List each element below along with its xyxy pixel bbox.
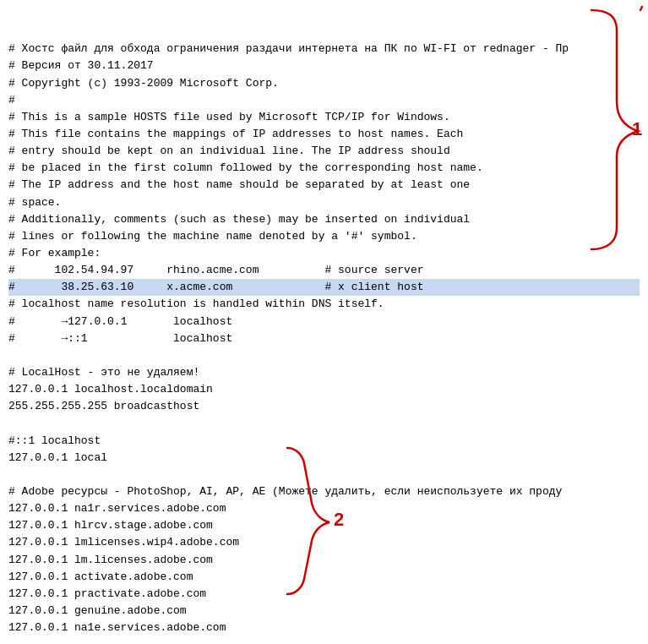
line-23: [8, 415, 640, 432]
line-20: # LocalHost - это не удаляем!: [8, 364, 640, 381]
line-26: [8, 467, 640, 483]
line-13: # For example:: [8, 245, 640, 262]
line-6: # This file contains the mappings of IP …: [8, 126, 640, 143]
line-24: #::1 localhost: [8, 433, 640, 450]
line-32: 127.0.0.1 activate.adobe.com: [8, 569, 640, 586]
line-33: 127.0.0.1 practivate.adobe.com: [8, 586, 640, 603]
line-31: 127.0.0.1 lm.licenses.adobe.com: [8, 552, 640, 569]
line-10: # space.: [8, 194, 640, 211]
hosts-file-content: # Хостс файл для обхода ограничения разд…: [0, 0, 648, 644]
line-15: # 38.25.63.10 x.acme.com # x client host: [8, 279, 640, 296]
line-21: 127.0.0.1 localhost.localdomain: [8, 381, 640, 398]
line-28: 127.0.0.1 na1r.services.adobe.com: [8, 500, 640, 517]
line-29: 127.0.0.1 hlrcv.stage.adobe.com: [8, 517, 640, 534]
line-8: # be placed in the first column followed…: [8, 160, 640, 177]
line-3: # Copyright (c) 1993-2009 Microsoft Corp…: [8, 75, 640, 92]
line-7: # entry should be kept on an individual …: [8, 143, 640, 160]
line-11: # Additionally, comments (such as these)…: [8, 211, 640, 228]
line-1: # Хостс файл для обхода ограничения разд…: [8, 41, 640, 57]
line-34: 127.0.0.1 genuine.adobe.com: [8, 603, 640, 619]
line-19: [8, 347, 640, 364]
line-16: # localhost name resolution is handled w…: [8, 296, 640, 313]
line-35: 127.0.0.1 na1e.services.adobe.com: [8, 619, 640, 636]
line-12: # lines or following the machine name de…: [8, 228, 640, 245]
line-22: 255.255.255.255 broadcasthost: [8, 398, 640, 415]
line-2: # Версия от 30.11.2017: [8, 57, 640, 74]
line-30: 127.0.0.1 lmlicenses.wip4.adobe.com: [8, 534, 640, 551]
line-36: [8, 636, 640, 644]
line-18: # →::1 localhost: [8, 330, 640, 347]
line-5: # This is a sample HOSTS file used by Mi…: [8, 109, 640, 126]
line-27: # Adobe ресурсы - PhotoShop, AI, AP, AE …: [8, 483, 640, 500]
line-14: # 102.54.94.97 rhino.acme.com # source s…: [8, 262, 640, 279]
line-4: #: [8, 92, 640, 109]
line-25: 127.0.0.1 local: [8, 450, 640, 467]
line-9: # The IP address and the host name shoul…: [8, 177, 640, 194]
line-17: # →127.0.0.1 localhost: [8, 314, 640, 330]
